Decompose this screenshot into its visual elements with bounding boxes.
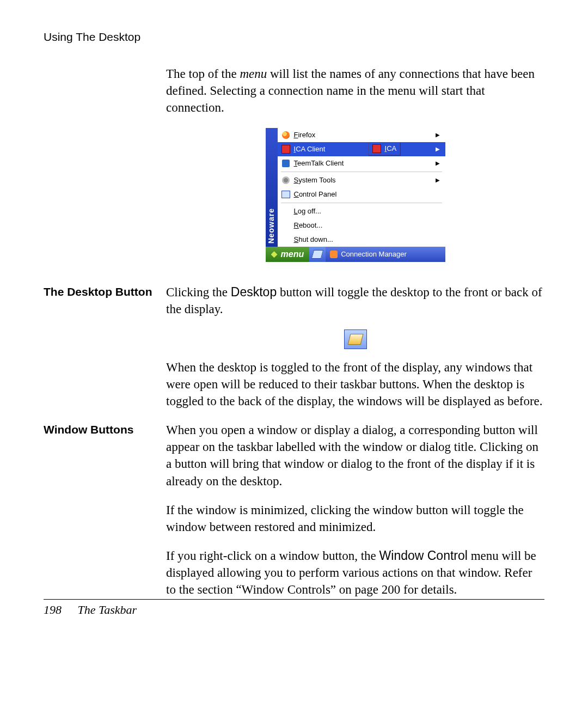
submenu-arrow-icon: ▶ <box>436 160 442 167</box>
brand-text: Neoware <box>266 205 277 247</box>
section-heading-desktop-button: The Desktop Button <box>44 284 166 422</box>
firefox-icon <box>281 130 291 140</box>
control-panel-icon <box>281 190 291 199</box>
brand-strip: Neoware <box>266 128 278 247</box>
menu-item-system-tools[interactable]: System Tools ▶ <box>278 173 445 187</box>
taskbar: menu Connection Manager <box>266 247 445 262</box>
menu-screenshot: Neoware Firefox ▶ ICA Client ▶ <box>266 128 445 262</box>
submenu-ica: ICA <box>368 142 401 155</box>
menu-item-firefox[interactable]: Firefox ▶ <box>278 128 445 142</box>
page-footer: 198 The Taskbar <box>44 603 137 617</box>
section-heading-window-buttons: Window Buttons <box>44 422 166 609</box>
taskbar-desktop-button[interactable] <box>309 247 326 262</box>
term-icon <box>281 158 291 168</box>
menu-item-label: Firefox <box>294 130 436 140</box>
menu-separator <box>281 172 442 172</box>
menu-item-label: ICA <box>385 144 397 154</box>
footer-rule <box>44 599 544 600</box>
taskbar-connection-manager[interactable]: Connection Manager <box>326 247 445 262</box>
blank-icon <box>281 235 291 245</box>
menu-item-shut-down[interactable]: Shut down... <box>278 233 445 247</box>
taskbar-menu-label: menu <box>281 248 304 260</box>
menu-item-control-panel[interactable]: Control Panel <box>278 187 445 202</box>
menu-item-reboot[interactable]: Reboot... <box>278 218 445 233</box>
desktop-icon <box>347 334 363 345</box>
menu-item-label: TeemTalk Client <box>294 158 436 168</box>
menu-item-ica-client[interactable]: ICA Client ▶ <box>278 142 445 156</box>
intro-label <box>44 65 166 284</box>
window-buttons-p3: If you right-click on a window button, t… <box>166 547 544 598</box>
wbp3-a: If you right-click on a window button, t… <box>166 549 379 563</box>
menu-item-label: System Tools <box>294 175 436 185</box>
gear-icon <box>281 175 291 185</box>
menu-item-label: ICA Client <box>294 144 436 154</box>
window-buttons-p2: If the window is minimized, clicking the… <box>166 502 544 535</box>
menu-item-teemtalk[interactable]: TeemTalk Client ▶ <box>278 156 445 170</box>
app-icon <box>372 144 382 154</box>
intro-paragraph: The top of the menu will list the names … <box>166 65 544 116</box>
submenu-arrow-icon: ▶ <box>436 145 442 153</box>
page-header: Using The Desktop <box>44 30 544 44</box>
menu-item-label: Shut down... <box>294 235 442 245</box>
window-buttons-p1: When you open a window or display a dial… <box>166 422 544 489</box>
blank-icon <box>281 221 291 230</box>
submenu-arrow-icon: ▶ <box>436 131 442 139</box>
intro-menu-word: menu <box>240 67 267 81</box>
connection-manager-icon <box>330 251 338 258</box>
taskbar-menu-button[interactable]: menu <box>266 247 310 262</box>
page-number: 198 <box>44 603 62 617</box>
app-icon <box>281 144 291 154</box>
desktop-button-figure <box>344 329 367 349</box>
desktop-button-p2: When the desktop is toggled to the front… <box>166 359 544 410</box>
desktop-icon <box>311 250 323 259</box>
menu-separator <box>281 203 442 203</box>
intro-text-a: The top of the <box>166 67 240 81</box>
leaf-icon <box>271 251 278 258</box>
menu-item-label: Control Panel <box>294 190 442 199</box>
submenu-arrow-icon: ▶ <box>436 176 442 184</box>
footer-section: The Taskbar <box>78 603 137 617</box>
menu-item-label: Reboot... <box>294 221 442 230</box>
desktop-button-p1: Clicking the Desktop button will toggle … <box>166 284 544 318</box>
blank-icon <box>281 206 291 216</box>
start-menu: Firefox ▶ ICA Client ▶ TeemTalk Client ▶ <box>278 128 445 247</box>
dbp1-desktop: Desktop <box>231 285 277 299</box>
wbp3-wc: Window Control <box>379 548 468 563</box>
taskbar-cm-label: Connection Manager <box>341 249 407 259</box>
dbp1-a: Clicking the <box>166 285 231 299</box>
menu-item-log-off[interactable]: Log off... <box>278 204 445 218</box>
submenu-item-ica[interactable]: ICA <box>369 143 400 155</box>
menu-item-label: Log off... <box>294 206 442 216</box>
